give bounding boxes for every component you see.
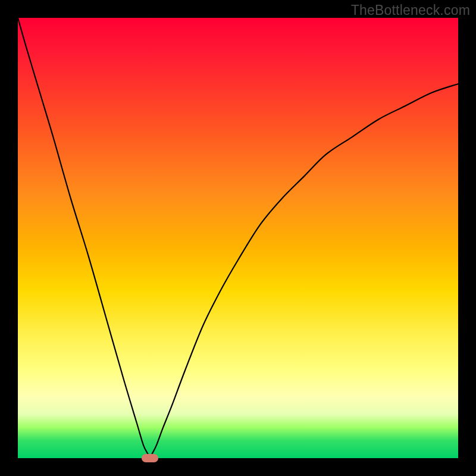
chart-plot-area: [18, 18, 458, 458]
optimum-marker: [142, 454, 158, 462]
chart-frame: TheBottleneck.com: [0, 0, 476, 476]
bottleneck-curve: [18, 18, 458, 458]
watermark-text: TheBottleneck.com: [351, 2, 470, 18]
